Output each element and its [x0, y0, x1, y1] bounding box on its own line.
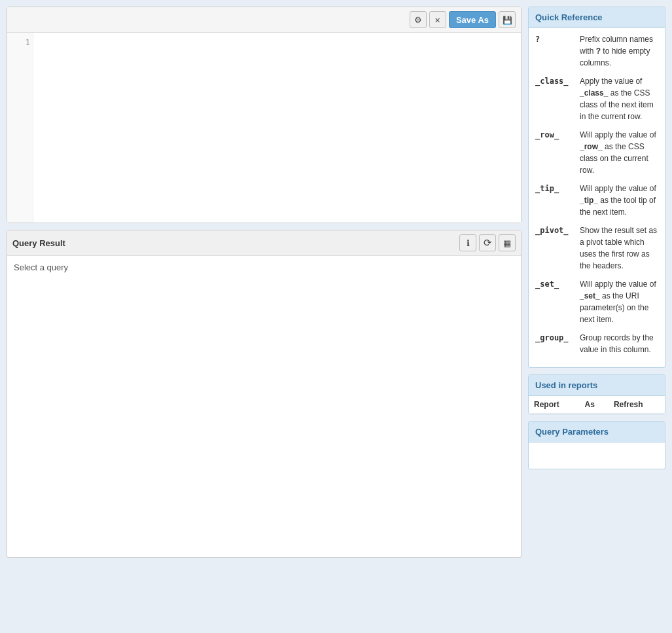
close-button[interactable]	[429, 11, 446, 28]
ref-keyword-tip: _tip_	[535, 183, 575, 193]
ref-keyword-set: _set_	[535, 278, 575, 289]
ref-keyword-class: _class_	[535, 75, 575, 86]
sync-icon	[484, 237, 492, 249]
close-icon	[434, 15, 440, 25]
quick-reference-header: Quick Reference	[529, 7, 665, 28]
used-in-reports-box: Used in reports Report As Refresh	[528, 374, 665, 414]
ref-keyword-row: _row_	[535, 129, 575, 139]
line-number-1: 1	[10, 38, 30, 47]
ref-row-tip: _tip_ Will apply the value of _tip_ as t…	[535, 183, 658, 218]
query-result-box: Query Result ℹ Select a query	[7, 230, 522, 558]
ref-desc-question: Prefix column names with ? to hide empty…	[580, 33, 658, 69]
ref-desc-row: Will apply the value of _row_ as the CSS…	[580, 129, 658, 176]
ref-desc-set: Will apply the value of _set_ as the URI…	[580, 278, 658, 325]
result-toolbar: Query Result ℹ	[7, 230, 521, 256]
query-parameters-header: Query Parameters	[529, 422, 665, 443]
save-button[interactable]	[499, 11, 516, 28]
query-editor-box: Save As 1	[7, 7, 522, 223]
ref-row-class: _class_ Apply the value of _class_ as th…	[535, 75, 658, 122]
quick-reference-box: Quick Reference ? Prefix column names wi…	[528, 7, 665, 368]
query-parameters-content	[529, 443, 665, 469]
ref-keyword-group: _group_	[535, 332, 575, 342]
line-numbers: 1	[7, 33, 33, 223]
code-area: 1	[7, 33, 521, 223]
gear-button[interactable]	[410, 11, 427, 28]
ref-row-pivot: _pivot_ Show the result set as a pivot t…	[535, 225, 658, 272]
used-in-reports-header: Used in reports	[529, 375, 665, 396]
query-editor-toolbar: Save As	[7, 7, 521, 33]
reports-table: Report As Refresh	[529, 396, 665, 414]
result-info-button[interactable]: ℹ	[459, 234, 476, 251]
ref-keyword-question: ?	[535, 33, 575, 44]
result-chart-button[interactable]	[499, 234, 516, 251]
ref-row-question: ? Prefix column names with ? to hide emp…	[535, 33, 658, 69]
col-report: Report	[529, 396, 580, 414]
result-actions: ℹ	[459, 234, 516, 251]
ref-row-set: _set_ Will apply the value of _set_ as t…	[535, 278, 658, 325]
ref-desc-class: Apply the value of _class_ as the CSS cl…	[580, 75, 658, 122]
info-icon: ℹ	[467, 238, 470, 248]
ref-desc-pivot: Show the result set as a pivot table whi…	[580, 225, 658, 272]
col-as: As	[580, 396, 609, 414]
code-input[interactable]	[33, 33, 521, 223]
result-content: Select a query	[7, 256, 521, 557]
result-title: Query Result	[12, 238, 65, 248]
result-refresh-button[interactable]	[479, 234, 496, 251]
result-placeholder: Select a query	[14, 262, 68, 272]
col-refresh: Refresh	[609, 396, 665, 414]
ref-desc-tip: Will apply the value of _tip_ as the too…	[580, 183, 658, 218]
ref-keyword-pivot: _pivot_	[535, 225, 575, 235]
ref-row-group: _group_ Group records by the value in th…	[535, 332, 658, 355]
bar-chart-icon	[503, 238, 511, 248]
save-icon	[503, 15, 512, 25]
ref-desc-group: Group records by the value in this colum…	[580, 332, 658, 355]
ref-row-row: _row_ Will apply the value of _row_ as t…	[535, 129, 658, 176]
quick-reference-content: ? Prefix column names with ? to hide emp…	[529, 28, 665, 367]
gear-icon	[414, 15, 422, 25]
query-parameters-box: Query Parameters	[528, 421, 665, 469]
save-as-button[interactable]: Save As	[449, 11, 496, 28]
